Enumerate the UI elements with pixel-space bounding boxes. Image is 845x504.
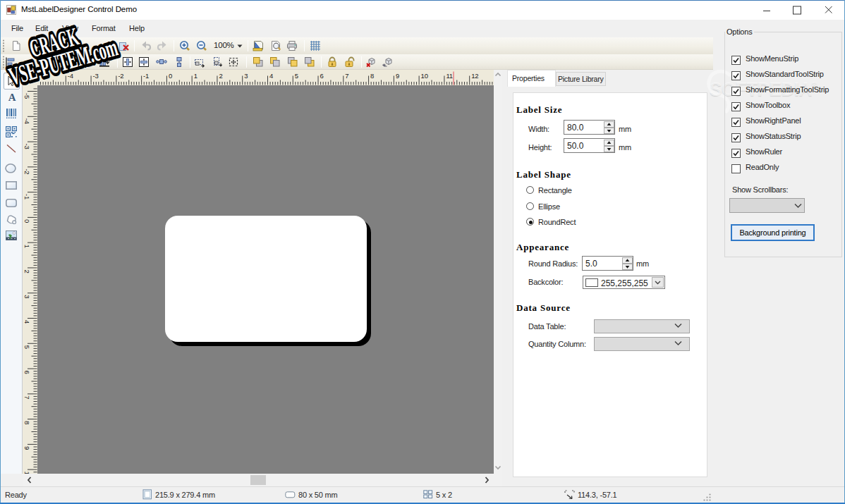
svg-text:1: 1 [23, 245, 31, 248]
svg-text:-3: -3 [23, 144, 31, 149]
svg-text:7: 7 [345, 72, 348, 80]
svg-text:12: 12 [471, 72, 478, 80]
svg-text:9: 9 [23, 446, 31, 450]
svg-text:-2: -2 [23, 168, 31, 174]
svg-text:3: 3 [244, 72, 248, 80]
svg-text:5: 5 [23, 345, 31, 349]
svg-text:-1: -1 [23, 194, 31, 199]
svg-text:6: 6 [23, 371, 31, 374]
svg-text:10: 10 [421, 72, 428, 80]
svg-text:4: 4 [269, 72, 273, 80]
svg-text:6: 6 [320, 72, 324, 80]
svg-text:9: 9 [396, 72, 399, 80]
svg-text:8: 8 [370, 72, 374, 80]
svg-text:8: 8 [23, 421, 31, 424]
svg-text:0: 0 [23, 219, 31, 223]
svg-text:4: 4 [23, 320, 31, 324]
svg-text:3: 3 [23, 295, 31, 298]
svg-text:11: 11 [446, 72, 452, 80]
svg-text:2: 2 [23, 269, 31, 273]
svg-text:1: 1 [194, 72, 197, 80]
svg-text:7: 7 [23, 395, 31, 399]
svg-text:2: 2 [219, 72, 222, 80]
svg-text:5: 5 [295, 72, 298, 80]
